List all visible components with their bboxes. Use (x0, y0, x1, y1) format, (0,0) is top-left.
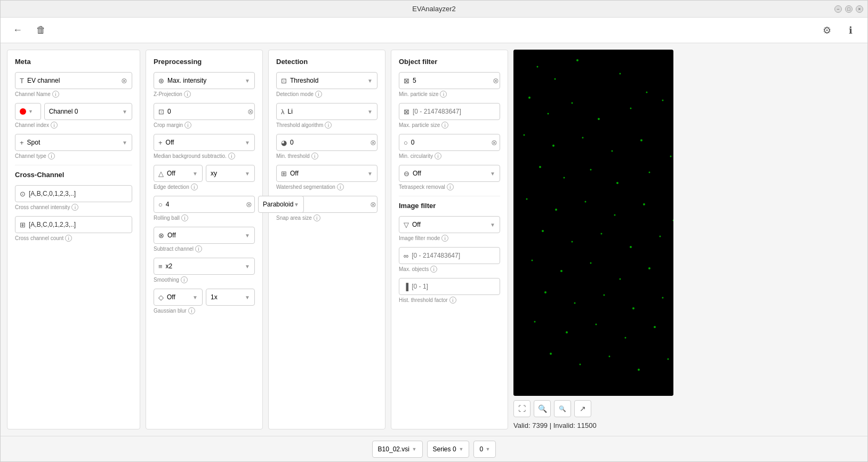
min-particle-clear[interactable]: ⊗ (493, 77, 499, 84)
max-objects-field[interactable]: ∞ (399, 247, 500, 264)
index-select[interactable]: 0 1 2 (479, 445, 483, 453)
rolling-ball-clear[interactable]: ⊗ (246, 201, 252, 208)
min-circularity-input[interactable] (411, 139, 491, 146)
back-button[interactable]: ← (9, 22, 26, 39)
series-select-container[interactable]: Series 0 Series 1 ▼ (427, 441, 470, 458)
zprojection-info[interactable]: i (184, 91, 191, 98)
smoothing-field[interactable]: ≡ x2 Off x3 ▼ (154, 258, 255, 275)
threshold-algorithm-info[interactable]: i (325, 122, 332, 129)
detection-mode-select[interactable]: Threshold Peak DoG (290, 77, 367, 84)
min-circularity-field[interactable]: ○ ⊗ (399, 134, 500, 151)
gaussian-blur-select[interactable]: Off On (167, 293, 192, 301)
subtract-channel-field[interactable]: ⊗ Off On ▼ (154, 227, 255, 244)
min-threshold-clear[interactable]: ⊗ (370, 139, 376, 146)
zoom-in-button[interactable]: 🔍 (534, 400, 551, 417)
max-particle-info[interactable]: i (441, 122, 448, 129)
crop-margin-input[interactable] (167, 108, 247, 115)
crop-margin-field[interactable]: ⊡ ⊗ (154, 103, 255, 120)
zprojection-field[interactable]: ⊛ Max. intensity Sum Mean ▼ (154, 72, 255, 89)
cross-channel-count-field[interactable]: ⊞ [A,B,C,0,1,2,3,..] (15, 216, 132, 233)
median-bg-select[interactable]: Off On (166, 139, 245, 146)
crop-margin-info[interactable]: i (184, 122, 191, 129)
color-select[interactable]: ▼ (15, 103, 41, 120)
cross-channel-count-info[interactable]: i (65, 235, 72, 242)
channel-index-select[interactable]: Channel 0 Channel 1 (49, 108, 122, 115)
snap-area-clear[interactable]: ⊗ (370, 201, 376, 208)
tetraspeck-field[interactable]: ⊖ Off On ▼ (399, 165, 500, 182)
max-particle-field[interactable]: ⊠ (399, 103, 500, 120)
channel-index-info[interactable]: i (51, 122, 58, 129)
file-select[interactable]: B10_02.vsi (378, 445, 410, 453)
info-button[interactable]: ℹ (842, 22, 859, 39)
hist-threshold-input[interactable] (412, 283, 495, 290)
smoothing-select[interactable]: x2 Off x3 (166, 262, 245, 270)
detection-mode-field[interactable]: ⊡ Threshold Peak DoG ▼ (276, 72, 377, 89)
channel-name-input[interactable] (27, 77, 121, 84)
fit-button[interactable]: ⛶ (513, 400, 531, 417)
file-select-container[interactable]: B10_02.vsi ▼ (372, 441, 423, 458)
detection-mode-info[interactable]: i (315, 91, 322, 98)
smoothing-info[interactable]: i (181, 276, 188, 283)
tetraspeck-info[interactable]: i (447, 184, 454, 190)
edge-xy-select[interactable]: xy x y (211, 170, 245, 177)
paraboloid-field[interactable]: Paraboloid Ball ▼ (258, 196, 304, 213)
trash-button[interactable]: 🗑 (33, 22, 50, 39)
tetraspeck-select[interactable]: Off On (413, 170, 490, 177)
median-bg-info[interactable]: i (228, 153, 235, 160)
minimize-button[interactable]: − (834, 5, 842, 13)
cross-channel-intensity-field[interactable]: ⊙ [A,B,C,0,1,2,3,..] (15, 185, 132, 202)
max-objects-input[interactable] (412, 252, 495, 259)
filter-mode-select[interactable]: Off On (412, 221, 490, 228)
rolling-ball-field[interactable]: ○ ⊗ (154, 196, 255, 213)
max-particle-input[interactable] (413, 108, 495, 115)
zoom-out-button[interactable]: 🔍 (554, 400, 571, 417)
paraboloid-select[interactable]: Paraboloid Ball (263, 201, 294, 208)
channel-type-field[interactable]: + Spot Area ▼ (15, 134, 132, 151)
close-button[interactable]: × (856, 5, 863, 13)
filter-mode-field[interactable]: ▽ Off On ▼ (399, 216, 500, 233)
min-circularity-clear[interactable]: ⊗ (491, 139, 497, 146)
rolling-ball-input[interactable] (166, 201, 246, 208)
series-select[interactable]: Series 0 Series 1 (433, 445, 457, 453)
settings-button[interactable]: ⚙ (818, 22, 835, 39)
channel-type-select[interactable]: Spot Area (27, 139, 123, 146)
channel-name-info[interactable]: i (52, 91, 59, 98)
watershed-field[interactable]: ⊞ Off On ▼ (276, 165, 377, 182)
export-button[interactable]: ↗ (574, 400, 591, 417)
min-threshold-input[interactable] (290, 139, 370, 146)
watershed-info[interactable]: i (337, 184, 344, 190)
filter-mode-info[interactable]: i (441, 235, 448, 242)
channel-index-field[interactable]: Channel 0 Channel 1 ▼ (44, 103, 132, 120)
subtract-channel-select[interactable]: Off On (167, 232, 245, 239)
max-objects-info[interactable]: i (430, 266, 437, 273)
threshold-algorithm-select[interactable]: Li Otsu Default (288, 108, 368, 115)
rolling-ball-info[interactable]: i (181, 214, 188, 221)
hist-threshold-field[interactable]: ▐ (399, 278, 500, 295)
channel-type-info[interactable]: i (48, 153, 55, 160)
edge-xy-field[interactable]: xy x y ▼ (206, 165, 255, 182)
channel-name-clear[interactable]: ⊗ (121, 77, 127, 84)
subtract-channel-info[interactable]: i (195, 245, 202, 252)
edge-detection-field[interactable]: △ Off On ▼ (154, 165, 203, 182)
min-threshold-field[interactable]: ◕ ⊗ (276, 134, 377, 151)
index-select-container[interactable]: 0 1 2 ▼ (473, 441, 496, 458)
edge-detection-info[interactable]: i (191, 184, 198, 190)
min-particle-input[interactable] (413, 77, 493, 84)
zprojection-select[interactable]: Max. intensity Sum Mean (167, 77, 245, 84)
edge-detection-select[interactable]: Off On (167, 170, 192, 177)
hist-threshold-info[interactable]: i (449, 297, 456, 304)
crop-margin-clear[interactable]: ⊗ (247, 108, 254, 115)
snap-area-info[interactable]: i (314, 214, 320, 221)
min-threshold-info[interactable]: i (311, 153, 318, 160)
min-circularity-info[interactable]: i (435, 153, 441, 160)
gaussian-blur-field[interactable]: ◇ Off On ▼ (154, 289, 203, 306)
gaussian-scale-select[interactable]: 1x 2x 3x (211, 293, 245, 301)
cross-channel-intensity-info[interactable]: i (71, 204, 78, 211)
threshold-algorithm-field[interactable]: λ Li Otsu Default ▼ (276, 103, 377, 120)
channel-name-field[interactable]: T ⊗ (15, 72, 132, 89)
median-bg-field[interactable]: + Off On ▼ (154, 134, 255, 151)
gaussian-blur-info[interactable]: i (188, 307, 195, 314)
gaussian-scale-field[interactable]: 1x 2x 3x ▼ (206, 289, 255, 306)
maximize-button[interactable]: □ (845, 5, 853, 13)
min-particle-field[interactable]: ⊠ ⊗ (399, 72, 500, 89)
